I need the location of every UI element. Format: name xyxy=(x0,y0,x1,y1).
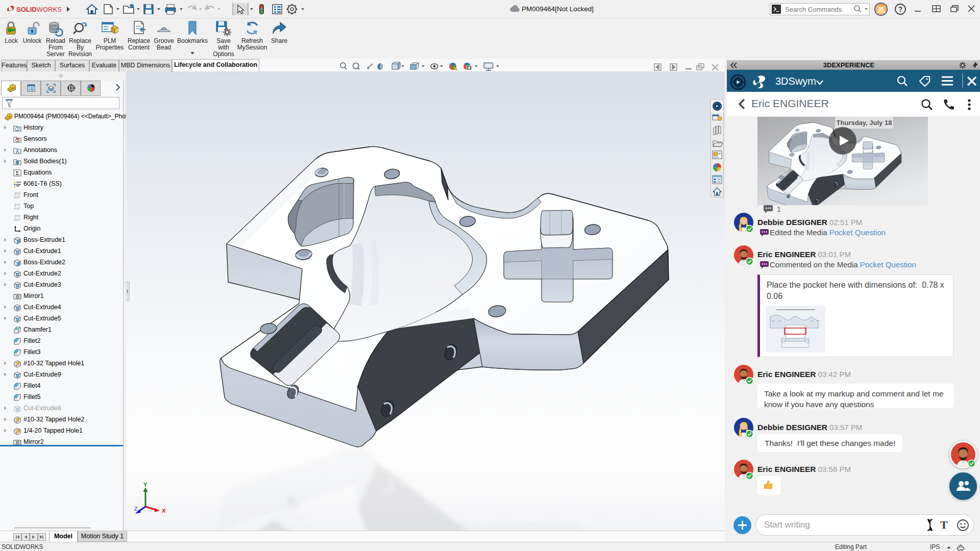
svg-text:Z: Z xyxy=(134,506,138,512)
svg-text:Y: Y xyxy=(143,482,148,488)
svg-text:SOLIDWORKS: SOLIDWORKS xyxy=(16,6,62,13)
svg-text:?: ? xyxy=(898,5,903,13)
svg-text:X: X xyxy=(162,508,166,514)
